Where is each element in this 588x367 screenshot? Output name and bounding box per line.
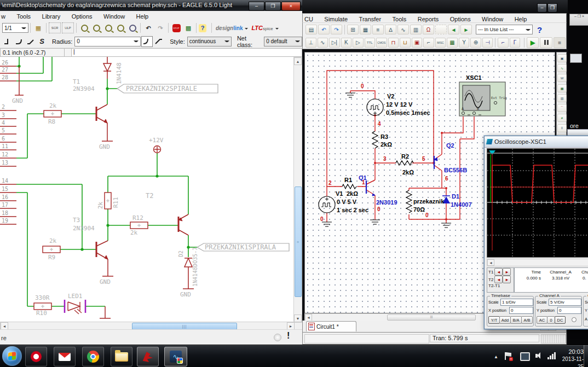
cursor1-right-button[interactable]: ► bbox=[503, 268, 511, 276]
resistor-r8[interactable] bbox=[44, 110, 61, 117]
start-button[interactable] bbox=[2, 346, 22, 366]
network-signal-icon[interactable] bbox=[547, 352, 556, 359]
cursor2-right-button[interactable]: ► bbox=[503, 276, 511, 283]
place-electromech-icon[interactable]: ⊕ bbox=[470, 38, 481, 48]
show-desktop-button[interactable] bbox=[584, 345, 588, 367]
zoom-out-icon[interactable] bbox=[103, 23, 114, 33]
multisim-minimize-button[interactable]: – bbox=[537, 3, 547, 13]
grapher-icon[interactable]: ∿ bbox=[397, 25, 409, 34]
frequency-counter-icon[interactable]: # bbox=[557, 114, 567, 122]
bend-style-freehand-icon[interactable]: S bbox=[37, 37, 47, 46]
source-v1[interactable] bbox=[319, 196, 335, 213]
hierarchy-icon[interactable]: ⊞ bbox=[347, 25, 359, 34]
place-diode-icon[interactable]: ▷| bbox=[329, 38, 340, 48]
cursor1-left-button[interactable]: ◄ bbox=[494, 268, 503, 276]
transistor-t2[interactable] bbox=[178, 214, 188, 235]
add-mode-button[interactable]: Add bbox=[499, 316, 511, 324]
style-combo[interactable]: continuous bbox=[187, 37, 232, 46]
bend-style-round-icon[interactable] bbox=[14, 37, 25, 46]
tab-circuit1[interactable]: Circuit1 * bbox=[306, 321, 356, 331]
netclass-combo[interactable]: 0 default bbox=[264, 37, 302, 46]
eagle-close-button[interactable]: × bbox=[281, 2, 301, 11]
bend-style-90-icon[interactable] bbox=[3, 37, 13, 46]
help-icon[interactable]: ? bbox=[199, 24, 206, 32]
scroll-down-icon[interactable]: ▼ bbox=[294, 314, 302, 322]
place-analog-icon[interactable]: ▷ bbox=[353, 38, 364, 48]
multisim-menu-tools[interactable]: Tools bbox=[388, 15, 411, 24]
ratsnest-icon[interactable]: ▩ bbox=[183, 23, 194, 33]
multisim-maximize-button[interactable]: ❐ bbox=[547, 3, 557, 13]
place-source-icon[interactable]: ⊥ bbox=[305, 38, 316, 48]
eagle-menu-partial[interactable]: w bbox=[0, 12, 10, 21]
place-transistor-icon[interactable]: K bbox=[341, 38, 352, 48]
ac-coupling-button[interactable]: AC bbox=[537, 316, 547, 324]
zoom-in-icon[interactable] bbox=[91, 23, 102, 33]
scroll-up-icon[interactable]: ▲ bbox=[294, 57, 302, 65]
taskbar-item-chrome[interactable] bbox=[82, 347, 104, 366]
error-indicator[interactable]: ! bbox=[287, 331, 290, 341]
bend-style-45-icon[interactable] bbox=[26, 37, 36, 46]
eagle-menu-options[interactable]: Options bbox=[67, 12, 97, 21]
redo-icon[interactable]: ↷ bbox=[331, 25, 342, 34]
radius-combo[interactable]: 0 bbox=[74, 37, 140, 46]
scroll-left-icon[interactable]: ◄ bbox=[487, 259, 494, 266]
eagle-menu-window[interactable]: Window bbox=[99, 12, 129, 21]
eagle-schematic-canvas[interactable]: 262728 23456111213 141516171819 bbox=[0, 57, 293, 322]
resistor-r2[interactable] bbox=[396, 161, 413, 165]
four-channel-scope-icon[interactable]: ▥ bbox=[557, 94, 567, 102]
oscilloscope-icon[interactable]: ▦ bbox=[557, 84, 567, 92]
ba-mode-button[interactable]: B/A bbox=[510, 316, 522, 324]
taskbar-item-mail[interactable] bbox=[54, 347, 76, 366]
tray-show-hidden-icon[interactable]: ▲ bbox=[491, 351, 501, 362]
spreadsheet-icon[interactable]: ▦ bbox=[360, 25, 371, 34]
chevron-down-icon[interactable] bbox=[245, 28, 248, 31]
resistor-r3[interactable] bbox=[372, 131, 378, 148]
scope-hscrollbar[interactable]: ◄ bbox=[487, 259, 588, 266]
power-12v-symbol[interactable] bbox=[154, 146, 161, 154]
eagle-maximize-button[interactable]: ❐ bbox=[265, 2, 281, 11]
transistor-q1[interactable] bbox=[366, 180, 375, 196]
oscilloscope-titlebar[interactable]: Oscilloscope-XSC1 bbox=[485, 136, 588, 148]
simulate-play-button[interactable]: ▶ bbox=[527, 37, 539, 48]
redo-icon[interactable]: ↷ bbox=[155, 23, 166, 33]
eagle-menu-help[interactable]: Help bbox=[132, 12, 153, 21]
place-misc-digital-icon[interactable]: ⊓ bbox=[388, 38, 399, 48]
transistor-t3[interactable] bbox=[96, 241, 113, 276]
undo-icon[interactable]: ↶ bbox=[143, 23, 154, 33]
run-ulp-icon[interactable]: ULP bbox=[62, 22, 74, 33]
timebase-scale-field[interactable]: 1 s/Div bbox=[500, 299, 533, 306]
multisim-menu-reports[interactable]: Reports bbox=[413, 15, 443, 24]
chevron-down-icon[interactable] bbox=[275, 28, 279, 31]
taskbar-item-multisim[interactable]: ∿ bbox=[164, 347, 187, 366]
wattmeter-icon[interactable]: W bbox=[557, 74, 567, 82]
source-v2[interactable] bbox=[367, 99, 383, 115]
taskbar-item-eagle[interactable] bbox=[137, 347, 159, 366]
back-annotate-icon[interactable]: ◄ bbox=[448, 25, 459, 34]
diode-d3[interactable] bbox=[103, 57, 111, 79]
multimeter-icon[interactable]: ▣ bbox=[557, 54, 567, 62]
cursor2-left-button[interactable]: ◄ bbox=[494, 276, 503, 283]
stop-command-icon[interactable]: STOP bbox=[171, 23, 182, 33]
place-misc-icon[interactable]: MISC bbox=[435, 38, 446, 48]
simulate-pause-button[interactable] bbox=[540, 37, 552, 48]
component-wizard-icon[interactable]: ∆ bbox=[385, 25, 396, 34]
multisim-menu-window[interactable]: Window bbox=[477, 15, 508, 24]
zoom-select-icon[interactable] bbox=[115, 23, 126, 33]
zoom-redraw-icon[interactable] bbox=[127, 23, 138, 33]
resistor-r9[interactable] bbox=[43, 246, 60, 253]
region-select-icon[interactable] bbox=[435, 25, 447, 34]
command-input[interactable]: | bbox=[72, 48, 302, 57]
resistor-r11[interactable] bbox=[105, 193, 111, 209]
place-ttl-icon[interactable]: TTL bbox=[365, 38, 376, 48]
forward-annotate-icon[interactable]: ► bbox=[460, 25, 472, 34]
resistor-r10[interactable] bbox=[34, 303, 51, 310]
scroll-left-icon[interactable]: ◄ bbox=[1, 322, 8, 330]
place-peripherals-icon[interactable]: ▦ bbox=[447, 38, 458, 48]
multisim-menu-simulate[interactable]: Simulate bbox=[320, 15, 352, 24]
place-wire-icon[interactable]: Г bbox=[510, 38, 521, 48]
simulate-stop-button[interactable]: ■ bbox=[554, 37, 566, 48]
clock[interactable]: 20:03 2013-11-25 bbox=[560, 348, 584, 364]
resistor-r12[interactable] bbox=[130, 222, 148, 229]
undo-icon[interactable]: ↶ bbox=[318, 25, 330, 34]
multisim-menu-partial[interactable]: CU bbox=[303, 15, 318, 24]
